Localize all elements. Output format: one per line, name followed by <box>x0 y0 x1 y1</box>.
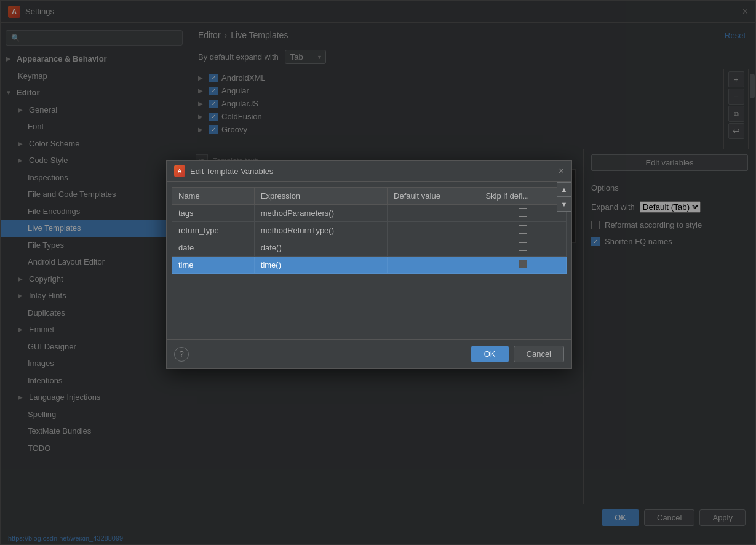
col-name: Name <box>172 188 255 205</box>
dialog-overlay: A Edit Template Variables × Name Express… <box>0 0 756 545</box>
table-row[interactable]: return_type methodReturnType() <box>172 222 567 239</box>
dialog-title-text: Edit Template Variables <box>190 167 273 176</box>
col-default: Default value <box>388 188 479 205</box>
skip-checkbox[interactable] <box>519 242 527 251</box>
cell-name: date <box>172 239 255 257</box>
dialog-close-button[interactable]: × <box>559 165 564 177</box>
scroll-up-button[interactable]: ▲ <box>557 182 571 197</box>
cell-name: return_type <box>172 222 255 239</box>
table-row[interactable]: date date() <box>172 239 567 257</box>
cell-skip[interactable] <box>479 205 567 222</box>
cell-expression[interactable]: methodParameters() <box>254 205 387 222</box>
cell-default[interactable] <box>388 239 479 257</box>
col-expression: Expression <box>254 188 387 205</box>
table-header: Name Expression Default value Skip if de… <box>172 188 567 205</box>
cell-skip[interactable] <box>479 222 567 239</box>
dialog-title: A Edit Template Variables <box>174 165 273 177</box>
table-body: tags methodParameters() return_type meth… <box>172 205 567 274</box>
skip-checkbox[interactable] <box>519 225 527 234</box>
scroll-down-button[interactable]: ▼ <box>557 197 571 212</box>
cell-expression[interactable]: methodReturnType() <box>254 222 387 239</box>
cell-skip[interactable] <box>479 257 567 274</box>
edit-variables-dialog: A Edit Template Variables × Name Express… <box>166 160 572 369</box>
skip-checkbox-checked[interactable] <box>519 260 527 268</box>
cell-name: time <box>172 257 255 274</box>
cell-name: tags <box>172 205 255 222</box>
cell-expression[interactable]: time() <box>254 257 387 274</box>
col-skip: Skip if defi... <box>479 188 567 205</box>
dialog-title-bar: A Edit Template Variables × <box>167 161 571 182</box>
cell-default[interactable] <box>388 205 479 222</box>
dialog-cancel-button[interactable]: Cancel <box>514 346 564 362</box>
table-scroll-arrows: ▲ ▼ <box>557 182 571 212</box>
variables-table: Name Expression Default value Skip if de… <box>172 187 567 274</box>
dialog-table-container: Name Expression Default value Skip if de… <box>167 182 571 339</box>
dialog-action-buttons: OK Cancel <box>471 346 564 362</box>
dialog-ok-button[interactable]: OK <box>471 346 509 362</box>
dialog-bottom: ? OK Cancel <box>167 339 571 368</box>
table-row-selected[interactable]: time time() <box>172 257 567 274</box>
cell-skip[interactable] <box>479 239 567 257</box>
skip-checkbox[interactable] <box>519 208 527 217</box>
table-row[interactable]: tags methodParameters() <box>172 205 567 222</box>
cell-expression[interactable]: date() <box>254 239 387 257</box>
dialog-app-icon: A <box>174 165 185 177</box>
cell-default[interactable] <box>388 222 479 239</box>
help-button[interactable]: ? <box>174 347 189 362</box>
cell-default[interactable] <box>388 257 479 274</box>
